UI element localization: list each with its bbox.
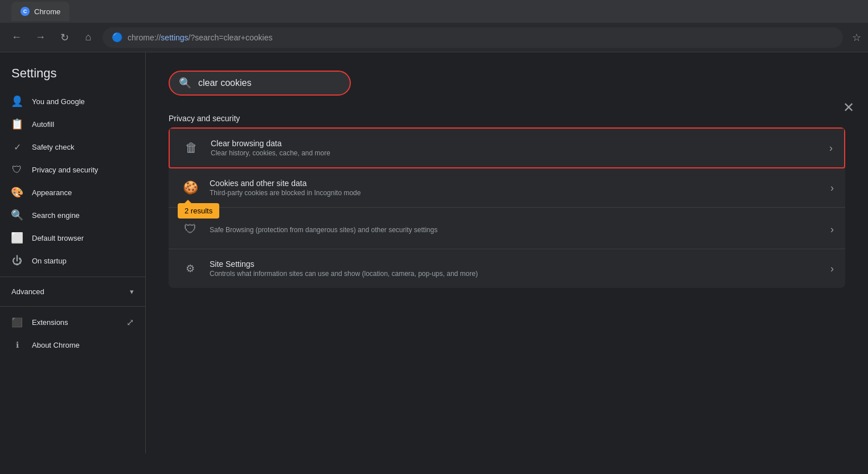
sidebar-item-extensions[interactable]: ⬛ Extensions ⤢ — [0, 311, 145, 333]
chevron-right-icon-3: › — [830, 224, 834, 236]
about-icon: ℹ — [11, 339, 23, 351]
result-subtitle-site-settings: Controls what information sites can use … — [210, 270, 830, 278]
bookmark-button[interactable]: ☆ — [852, 31, 861, 44]
sidebar-item-search-engine[interactable]: 🔍 Search engine — [0, 204, 141, 226]
tab-label: Chrome — [34, 7, 60, 16]
forward-button[interactable]: → — [31, 28, 50, 47]
external-link-icon: ⤢ — [126, 317, 134, 328]
result-subtitle-security: Safe Browsing (protection from dangerous… — [210, 226, 830, 234]
back-button[interactable]: ← — [7, 28, 26, 47]
result-text-clear-browsing: Clear browsing data Clear history, cooki… — [211, 139, 829, 157]
sidebar-item-autofill[interactable]: 📋 Autofill — [0, 113, 141, 135]
search-box[interactable]: 🔍 — [169, 71, 351, 96]
sidebar-item-safety-check[interactable]: ✓ Safety check — [0, 135, 141, 158]
result-text-cookies: Cookies and other site data Third-party … — [210, 179, 830, 197]
browser-icon: ⬜ — [11, 232, 23, 244]
sidebar-item-on-startup[interactable]: ⏻ On startup — [0, 249, 141, 272]
result-title-site-settings: Site Settings — [210, 259, 830, 269]
advanced-label: Advanced — [11, 287, 44, 296]
nav-bar: ← → ↻ ⌂ 🔵 chrome://settings/?search=clea… — [0, 23, 868, 52]
trash-icon: 🗑 — [181, 138, 202, 158]
sidebar-label-safety-check: Safety check — [32, 143, 74, 151]
sidebar-label-appearance: Appearance — [32, 188, 72, 197]
tab-favicon: C — [21, 7, 30, 16]
result-subtitle-clear-browsing: Clear history, cookies, cache, and more — [211, 149, 829, 157]
result-subtitle-cookies: Third-party cookies are blocked in Incog… — [210, 189, 830, 197]
sidebar-title: Settings — [0, 61, 145, 90]
sidebar-label-on-startup: On startup — [32, 257, 67, 265]
clear-search-button[interactable]: ✕ — [843, 100, 854, 116]
result-item-site-settings[interactable]: ⚙ Site Settings Controls what informatio… — [169, 249, 845, 288]
result-text-security: Safe Browsing (protection from dangerous… — [210, 225, 830, 234]
sidebar-label-autofill: Autofill — [32, 120, 54, 129]
sidebar-advanced-toggle[interactable]: Advanced ▾ — [0, 282, 145, 302]
results-count-tooltip: 2 results — [178, 203, 219, 219]
reload-button[interactable]: ↻ — [55, 28, 74, 47]
settings-layout: Settings 👤 You and Google 📋 Autofill ✓ S… — [0, 52, 868, 454]
address-url: chrome://settings/?search=clear+cookies — [128, 33, 272, 42]
result-item-security[interactable]: 🛡 Safe Browsing (protection from dangero… — [169, 210, 845, 249]
section-header: Privacy and security — [169, 114, 845, 123]
search-icon: 🔍 — [179, 77, 191, 89]
address-bar[interactable]: 🔵 chrome://settings/?search=clear+cookie… — [103, 27, 843, 48]
search-engine-icon: 🔍 — [11, 209, 23, 221]
sidebar-item-about-chrome[interactable]: ℹ About Chrome — [0, 333, 141, 356]
shield-check-icon: ✓ — [11, 141, 23, 152]
extensions-label: Extensions — [32, 318, 68, 327]
sidebar-label-privacy: Privacy and security — [32, 166, 98, 174]
search-input[interactable] — [198, 78, 341, 88]
sidebar-item-default-browser[interactable]: ⬜ Default browser — [0, 226, 141, 249]
title-bar: C Chrome — [0, 0, 868, 23]
sidebar-item-you-and-google[interactable]: 👤 You and Google — [0, 90, 141, 113]
shield-icon: 🛡 — [11, 164, 23, 175]
autofill-icon: 📋 — [11, 118, 23, 130]
result-item-clear-browsing-data[interactable]: 🗑 Clear browsing data Clear history, coo… — [169, 127, 845, 168]
result-title-cookies: Cookies and other site data — [210, 179, 830, 188]
result-title-clear-browsing: Clear browsing data — [211, 139, 829, 148]
site-settings-icon: ⚙ — [180, 258, 200, 279]
chevron-right-icon-2: › — [830, 182, 834, 194]
security-shield-icon: 🛡 — [180, 219, 200, 240]
appearance-icon: 🎨 — [11, 187, 23, 198]
result-item-cookies[interactable]: 🍪 Cookies and other site data Third-part… — [169, 168, 845, 208]
sidebar-label-search-engine: Search engine — [32, 211, 80, 220]
sidebar-label-you-and-google: You and Google — [32, 97, 85, 106]
sidebar-divider — [0, 277, 145, 277]
home-button[interactable]: ⌂ — [79, 28, 98, 47]
search-container: 🔍 — [169, 71, 845, 96]
startup-icon: ⏻ — [11, 255, 23, 266]
extensions-icon: ⬛ — [11, 317, 23, 328]
browser-tab[interactable]: C Chrome — [11, 2, 69, 21]
result-text-site-settings: Site Settings Controls what information … — [210, 259, 830, 278]
chevron-down-icon: ▾ — [130, 287, 134, 296]
person-icon: 👤 — [11, 96, 23, 107]
sidebar-divider-2 — [0, 306, 145, 307]
chevron-right-icon-4: › — [830, 263, 834, 275]
sidebar-item-appearance[interactable]: 🎨 Appearance — [0, 181, 141, 204]
sidebar-label-about-chrome: About Chrome — [32, 341, 80, 349]
sidebar-item-privacy-and-security[interactable]: 🛡 Privacy and security — [0, 158, 141, 181]
main-content: 🔍 ✕ Privacy and security 🗑 Clear browsin… — [146, 52, 868, 454]
extensions-left: ⬛ Extensions — [11, 317, 68, 328]
cookie-icon: 🍪 — [180, 178, 200, 198]
chrome-icon: 🔵 — [112, 32, 123, 43]
chevron-right-icon: › — [829, 142, 833, 154]
sidebar-label-default-browser: Default browser — [32, 234, 84, 242]
sidebar: Settings 👤 You and Google 📋 Autofill ✓ S… — [0, 52, 146, 454]
results-list: 🗑 Clear browsing data Clear history, coo… — [169, 127, 845, 288]
